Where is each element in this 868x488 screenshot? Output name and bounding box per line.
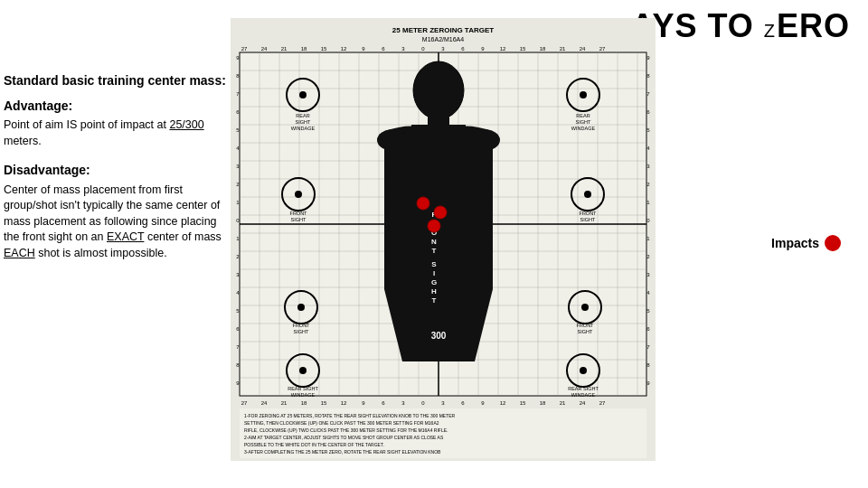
page-container: WAYS TO ZERO Standard basic training cen… [0,0,868,488]
svg-text:SIGHT: SIGHT [294,329,309,334]
impacts-text: Impacts [771,236,819,250]
svg-text:27: 27 [241,46,248,52]
advantage-body: Point of aim IS point of impact at 25/30… [4,117,230,149]
svg-text:H: H [431,287,437,296]
svg-text:RIFLE, CLOCKWISE (UP) TWO CLIC: RIFLE, CLOCKWISE (UP) TWO CLICKS PAST TH… [244,427,448,433]
svg-text:SIGHT: SIGHT [578,329,593,334]
svg-text:T: T [432,296,437,305]
svg-point-115 [434,206,447,219]
svg-point-100 [580,367,587,374]
svg-text:WINDAGE: WINDAGE [291,392,316,398]
svg-point-63 [413,61,464,119]
svg-text:12: 12 [341,400,347,406]
svg-text:18: 18 [301,46,307,52]
impact-dot-icon [825,235,841,251]
disadvantage-section: Disadvantage: Center of mass placement f… [4,162,230,261]
svg-text:27: 27 [599,46,606,52]
svg-text:SIGHT: SIGHT [580,217,596,222]
svg-text:REAR: REAR [576,113,590,118]
svg-text:FRONT: FRONT [577,323,595,328]
svg-text:21: 21 [281,46,288,52]
standard-training-title: Standard basic training center mass: [4,72,230,89]
svg-text:FRONT: FRONT [293,323,311,328]
svg-text:SIGHT: SIGHT [291,217,307,222]
svg-point-96 [299,367,307,374]
svg-point-80 [295,191,302,198]
svg-point-67 [377,129,410,151]
svg-text:24: 24 [580,400,586,406]
svg-point-88 [297,304,305,311]
svg-text:21: 21 [560,46,566,52]
svg-text:15: 15 [321,400,327,406]
svg-text:24: 24 [580,46,586,52]
svg-text:FRONT: FRONT [580,211,598,216]
advantage-title: Advantage: [4,98,230,114]
svg-text:N: N [431,238,437,246]
svg-point-116 [428,220,440,232]
svg-point-70 [299,91,307,99]
svg-text:18: 18 [540,400,546,406]
svg-text:T: T [432,247,437,255]
svg-text:21: 21 [560,400,566,406]
impacts-label: Impacts [771,235,841,251]
svg-text:M16A2/M16A4: M16A2/M16A4 [422,36,464,42]
svg-text:15: 15 [520,400,526,406]
svg-text:24: 24 [261,400,268,406]
svg-text:WINDAGE: WINDAGE [571,126,596,131]
svg-text:25 METER ZEROING TARGET: 25 METER ZEROING TARGET [392,26,494,34]
svg-text:15: 15 [520,46,526,52]
advantage-section: Advantage: Point of aim IS point of impa… [4,98,230,149]
svg-text:24: 24 [261,46,268,52]
svg-text:15: 15 [321,46,327,52]
svg-text:12: 12 [341,46,347,52]
svg-text:REAR SIGHT: REAR SIGHT [568,386,599,391]
svg-text:G: G [431,278,437,286]
svg-point-68 [467,129,500,151]
svg-text:S: S [431,260,437,268]
svg-text:27: 27 [599,400,606,406]
svg-text:WINDAGE: WINDAGE [291,126,316,131]
svg-point-114 [417,197,429,210]
svg-text:SIGHT: SIGHT [296,119,311,125]
svg-text:12: 12 [500,46,506,52]
svg-text:300: 300 [431,331,447,341]
svg-text:SIGHT: SIGHT [576,119,591,125]
svg-point-75 [580,91,587,99]
svg-text:I: I [433,269,435,277]
svg-text:SETTING, THEN CLOCKWISE (UP) O: SETTING, THEN CLOCKWISE (UP) ONE CLICK P… [244,420,439,426]
svg-text:FRONT: FRONT [290,211,308,216]
svg-text:WINDAGE: WINDAGE [571,392,596,398]
svg-text:18: 18 [301,400,307,406]
svg-text:POSSIBLE TO THE WHITE DOT IN T: POSSIBLE TO THE WHITE DOT IN THE CENTER … [244,442,384,447]
svg-text:18: 18 [540,46,546,52]
svg-text:27: 27 [241,400,248,406]
svg-text:2-AIM AT TARGET CENTER, ADJUST: 2-AIM AT TARGET CENTER, ADJUST SIGHTS TO… [244,435,444,440]
svg-text:21: 21 [281,400,288,406]
svg-point-84 [584,191,591,198]
svg-text:REAR: REAR [296,113,309,118]
disadvantage-body: Center of mass placement from first grou… [4,183,230,262]
target-svg: 25 METER ZEROING TARGET M16A2/M16A4 27 2… [231,18,656,461]
svg-text:3-AFTER COMPLETING THE 25 METE: 3-AFTER COMPLETING THE 25 METER ZERO, RO… [244,449,441,455]
left-panel: Standard basic training center mass: Adv… [4,72,230,272]
svg-text:REAR SIGHT: REAR SIGHT [288,386,318,391]
svg-point-92 [581,304,589,311]
svg-text:1-FOR ZEROING AT 25 METERS, RO: 1-FOR ZEROING AT 25 METERS, ROTATE THE R… [244,413,456,418]
disadvantage-title: Disadvantage: [4,162,230,178]
target-area: 25 METER ZEROING TARGET M16A2/M16A4 27 2… [231,18,656,461]
svg-text:12: 12 [500,400,506,406]
